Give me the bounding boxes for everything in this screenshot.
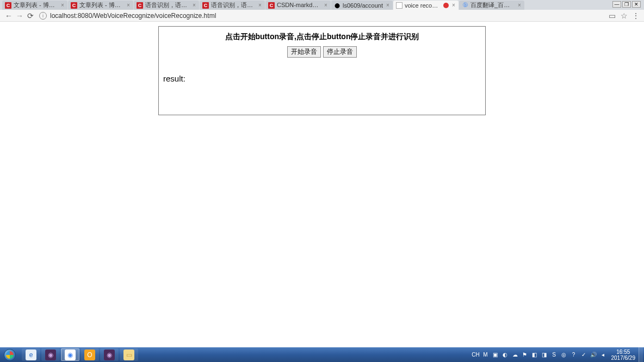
tab-title: 文章列表 - 博客频道 - C: [14, 1, 58, 9]
tray-icon-1[interactable]: ▣: [491, 351, 500, 359]
start-button[interactable]: [0, 347, 20, 362]
browser-tab[interactable]: C文章列表 - 博客频道 - C×: [68, 1, 133, 10]
taskbar-app-explorer[interactable]: ▭: [120, 348, 138, 361]
blank-favicon-icon: [396, 2, 403, 9]
taskbar-app-outlook[interactable]: O: [81, 348, 99, 361]
start-record-button[interactable]: 开始录音: [287, 46, 321, 58]
tray-icon-3[interactable]: ☁: [511, 351, 519, 359]
tray-icon-9[interactable]: ?: [569, 351, 578, 359]
result-label: result:: [163, 74, 481, 83]
windows-logo-icon: [4, 349, 16, 361]
taskbar-app-ie[interactable]: e: [22, 348, 40, 361]
tab-close-icon[interactable]: ×: [257, 3, 263, 8]
taskbar-app-chrome[interactable]: ◉: [61, 348, 79, 361]
taskbar-app-eclipse2[interactable]: ◉: [100, 348, 119, 361]
ie-icon: e: [26, 349, 36, 360]
csdn-favicon-icon: C: [137, 2, 143, 9]
tab-title: 百度翻译_百度搜索: [470, 1, 515, 9]
show-desktop-button[interactable]: [639, 347, 643, 362]
window-controls: — ❐ ✕: [612, 1, 641, 8]
csdn-favicon-icon: C: [202, 2, 209, 9]
eclipse1-icon: ◉: [45, 349, 56, 360]
tab-title: voice recognize test: [405, 2, 441, 9]
tray-clock[interactable]: 16:55 2017/6/29: [608, 349, 639, 361]
tray-icon-8[interactable]: ◎: [560, 351, 568, 359]
csdn-favicon-icon: C: [71, 2, 77, 9]
system-tray: CH M▣◐☁⚑◧◨S◎?✓🔊◂ 16:55 2017/6/29: [471, 347, 645, 362]
tray-icon-5[interactable]: ◧: [530, 351, 539, 359]
tab-title: 语音识别，语义理解一站: [145, 1, 189, 9]
tray-icon-0[interactable]: M: [481, 351, 490, 359]
reload-button[interactable]: ⟳: [25, 10, 36, 21]
site-info-icon[interactable]: i: [39, 12, 47, 20]
tab-title: 文章列表 - 博客频道 - C: [79, 1, 123, 9]
browser-tab-bar: C文章列表 - 博客频道 - C×C文章列表 - 博客频道 - C×C语音识别，…: [0, 0, 644, 10]
tray-language-indicator[interactable]: CH: [472, 351, 480, 359]
tab-close-icon[interactable]: ×: [323, 3, 329, 8]
windows-taskbar: e◉◉O◉▭ CH M▣◐☁⚑◧◨S◎?✓🔊◂ 16:55 2017/6/29: [0, 347, 644, 362]
tab-close-icon[interactable]: ×: [191, 3, 197, 8]
tab-close-icon[interactable]: ×: [126, 3, 131, 8]
baidu-favicon-icon: ⓑ: [462, 2, 468, 9]
forward-button[interactable]: →: [14, 10, 25, 21]
taskbar-app-eclipse1[interactable]: ◉: [41, 348, 60, 361]
github-favicon-icon: ⬤: [334, 2, 340, 9]
browser-tab[interactable]: ⓑ百度翻译_百度搜索×: [459, 1, 524, 10]
explorer-icon: ▭: [123, 349, 134, 360]
address-bar[interactable]: i localhost:8080/WebVoiceRecognize/voice…: [39, 12, 602, 20]
window-minimize-button[interactable]: —: [612, 1, 621, 8]
stop-record-button[interactable]: 停止录音: [323, 46, 357, 58]
menu-icon[interactable]: ⋮: [631, 11, 641, 21]
tab-close-icon[interactable]: ×: [517, 3, 522, 8]
tray-icon-10[interactable]: ✓: [579, 351, 588, 359]
chrome-icon: ◉: [65, 349, 76, 360]
browser-tab[interactable]: C语音识别，语义理解一站×: [200, 1, 265, 10]
browser-tab[interactable]: C文章列表 - 博客频道 - C×: [2, 1, 67, 10]
clock-time: 16:55: [611, 349, 636, 355]
tab-close-icon[interactable]: ×: [451, 3, 456, 8]
tray-icon-11[interactable]: 🔊: [589, 351, 598, 359]
browser-tab[interactable]: voice recognize test×: [393, 1, 459, 10]
back-button[interactable]: ←: [3, 10, 14, 21]
recording-indicator-icon: [443, 3, 449, 8]
bookmark-star-icon[interactable]: ☆: [619, 11, 629, 21]
tray-icon-6[interactable]: ◨: [540, 351, 549, 359]
outlook-icon: O: [84, 349, 95, 360]
tab-title: 语音识别，语义理解一站: [211, 1, 255, 9]
tray-icon-4[interactable]: ⚑: [521, 351, 529, 359]
tray-icon-7[interactable]: S: [550, 351, 559, 359]
window-restore-button[interactable]: ❐: [622, 1, 631, 8]
tab-title: CSDN-markdown编辑: [277, 1, 321, 9]
browser-tab[interactable]: C语音识别，语义理解一站×: [134, 1, 199, 10]
clock-date: 2017/6/29: [611, 355, 636, 361]
translate-icon[interactable]: ▭: [607, 11, 617, 21]
page-content: 点击开始button录音,点击停止button停止录音并进行识别 开始录音 停止…: [0, 22, 644, 348]
button-row: 开始录音 停止录音: [163, 46, 481, 58]
tab-title: ls0609/account: [343, 2, 383, 9]
eclipse2-icon: ◉: [104, 349, 115, 360]
browser-tab[interactable]: ⬤ls0609/account×: [331, 1, 393, 10]
voice-recognize-panel: 点击开始button录音,点击停止button停止录音并进行识别 开始录音 停止…: [158, 26, 486, 115]
instruction-heading: 点击开始button录音,点击停止button停止录音并进行识别: [163, 32, 481, 42]
window-close-button[interactable]: ✕: [632, 1, 641, 8]
tab-close-icon[interactable]: ×: [385, 3, 391, 8]
tray-icon-12[interactable]: ◂: [599, 351, 608, 359]
csdn-favicon-icon: C: [268, 2, 275, 9]
browser-tab[interactable]: CCSDN-markdown编辑×: [265, 1, 331, 10]
csdn-favicon-icon: C: [5, 2, 11, 9]
url-text: localhost:8080/WebVoiceRecognize/voiceRe…: [50, 12, 216, 20]
taskbar-apps: e◉◉O◉▭: [22, 348, 138, 361]
tray-icon-2[interactable]: ◐: [501, 351, 510, 359]
tab-close-icon[interactable]: ×: [60, 3, 65, 8]
browser-toolbar: ← → ⟳ i localhost:8080/WebVoiceRecognize…: [0, 10, 644, 22]
